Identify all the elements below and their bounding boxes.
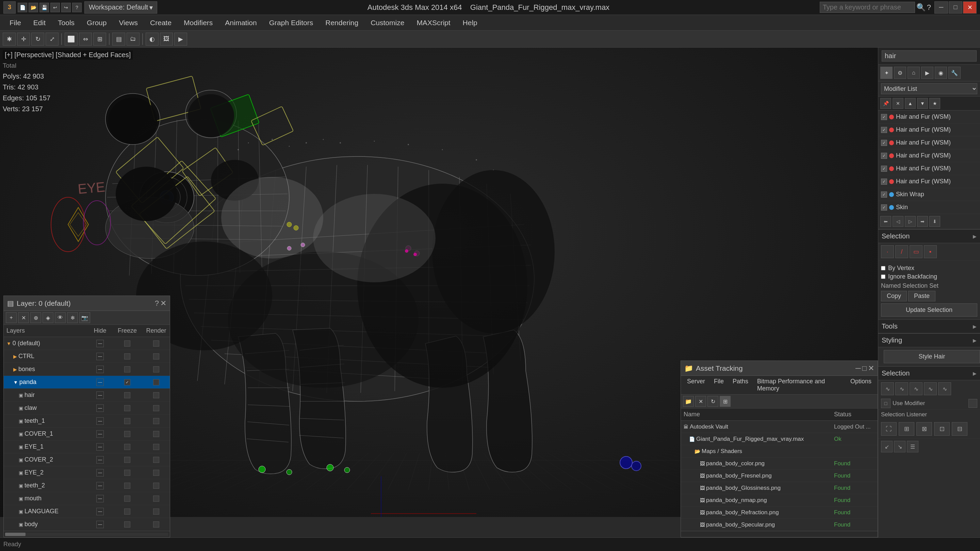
layer-hide-cover1[interactable]: — bbox=[88, 430, 112, 438]
layer-freeze-eye2[interactable] bbox=[112, 470, 143, 476]
help-btn[interactable]: ? bbox=[72, 3, 82, 12]
big-icon-4[interactable]: ⊡ bbox=[934, 422, 950, 436]
menu-graph-editors[interactable]: Graph Editors bbox=[263, 17, 320, 28]
bottom-icon-3[interactable]: ☰ bbox=[907, 441, 918, 453]
scrollbar-thumb[interactable] bbox=[5, 533, 25, 536]
modifier-item[interactable]: ✓ Hair and Fur (WSM) bbox=[878, 137, 980, 149]
asset-row-fresnel[interactable]: 🖼 panda_body_Fresnel.png Found bbox=[681, 470, 878, 482]
mirror-tool[interactable]: ⇔ bbox=[79, 33, 92, 46]
mod-nav-3[interactable]: ▷ bbox=[905, 216, 916, 227]
menu-maxscript[interactable]: MAXScript bbox=[410, 17, 456, 28]
tools-section-header[interactable]: Tools ▶ bbox=[878, 319, 980, 333]
by-vertex-checkbox[interactable] bbox=[881, 266, 885, 270]
layers-close-btn[interactable]: ✕ bbox=[160, 299, 166, 308]
layer-render-mouth[interactable] bbox=[143, 495, 170, 502]
layer-render-teeth2[interactable] bbox=[143, 483, 170, 489]
selection-section-header[interactable]: Selection ▶ bbox=[878, 229, 980, 243]
mod-nav-5[interactable]: ⬇ bbox=[929, 216, 940, 227]
sel-mode-4[interactable]: ∿ bbox=[924, 382, 937, 395]
render-cb-bones[interactable] bbox=[153, 366, 159, 372]
layer-row-body[interactable]: ▣ body — bbox=[4, 518, 170, 531]
layer-render-cover2[interactable] bbox=[143, 457, 170, 463]
asset-row-specular[interactable]: 🖼 panda_body_Specular.png Found bbox=[681, 519, 878, 531]
render-setup[interactable]: 🖼 bbox=[160, 33, 173, 46]
close-button[interactable]: ✕ bbox=[963, 2, 977, 14]
layer-hide-eye1[interactable]: — bbox=[88, 443, 112, 451]
search-input[interactable] bbox=[820, 2, 915, 13]
menu-modifiers[interactable]: Modifiers bbox=[178, 17, 219, 28]
ignore-backface-checkbox[interactable] bbox=[881, 275, 885, 279]
layer-freeze-mouth[interactable] bbox=[112, 495, 143, 502]
object-name-input[interactable] bbox=[882, 50, 977, 62]
modify-icon[interactable]: ⚙ bbox=[894, 67, 906, 79]
menu-customize[interactable]: Customize bbox=[364, 17, 410, 28]
layers-question-btn[interactable]: ? bbox=[155, 299, 159, 308]
layer-row-teeth1[interactable]: ▣ teeth_1 — bbox=[4, 414, 170, 427]
layer-row-cover2[interactable]: ▣ COVER_2 — bbox=[4, 453, 170, 466]
display-icon[interactable]: ◉ bbox=[935, 67, 947, 79]
layer-hide-teeth1[interactable]: — bbox=[88, 417, 112, 425]
layer-hide-ctrl[interactable]: — bbox=[88, 353, 112, 360]
selection2-section-header[interactable]: Selection ▶ bbox=[878, 366, 980, 380]
freeze-cb-bones[interactable] bbox=[124, 366, 130, 372]
asset-tb-1[interactable]: 📁 bbox=[683, 396, 694, 407]
asset-row-refraction[interactable]: 🖼 panda_body_Refraction.png Found bbox=[681, 507, 878, 519]
layer-row-language[interactable]: ▣ LANGUAGE — bbox=[4, 505, 170, 518]
move-tool[interactable]: ✛ bbox=[17, 33, 30, 46]
asset-minimize-btn[interactable]: ─ bbox=[856, 364, 861, 373]
layer-manager[interactable]: ▤ bbox=[112, 33, 125, 46]
freeze-cb-default[interactable] bbox=[124, 340, 130, 346]
layer-hide-eye2[interactable]: — bbox=[88, 469, 112, 476]
menu-help[interactable]: Help bbox=[457, 17, 484, 28]
mod-checkbox[interactable]: ✓ bbox=[881, 153, 887, 159]
layer-hide-bones[interactable]: — bbox=[88, 366, 112, 373]
layer-render-teeth1[interactable] bbox=[143, 418, 170, 424]
mod-checkbox[interactable]: ✓ bbox=[881, 166, 887, 172]
layer-hide-default[interactable]: — bbox=[88, 340, 112, 347]
menu-group[interactable]: Group bbox=[81, 17, 113, 28]
asset-row-maps[interactable]: 📂 Maps / Shaders bbox=[681, 445, 878, 457]
layer-render-panda[interactable] bbox=[143, 379, 170, 385]
layer-freeze-language[interactable] bbox=[112, 508, 143, 514]
sel-mode-5[interactable]: ∿ bbox=[938, 382, 951, 395]
modifier-item[interactable]: ✓ Hair and Fur (WSM) bbox=[878, 124, 980, 137]
redo-btn[interactable]: ↪ bbox=[61, 3, 71, 12]
mod-checkbox[interactable]: ✓ bbox=[881, 140, 887, 146]
big-icon-3[interactable]: ⊠ bbox=[916, 422, 932, 436]
layer-freeze-default[interactable] bbox=[112, 340, 143, 346]
layer-render-cover1[interactable] bbox=[143, 431, 170, 437]
utilities-icon[interactable]: 🔧 bbox=[948, 67, 961, 79]
select-region[interactable]: ⬜ bbox=[65, 33, 78, 46]
layers-delete-btn[interactable]: ✕ bbox=[18, 312, 29, 323]
scene-explorer[interactable]: 🗂 bbox=[127, 33, 140, 46]
menu-edit[interactable]: Edit bbox=[27, 17, 52, 28]
menu-views[interactable]: Views bbox=[113, 17, 144, 28]
layers-scrollbar[interactable] bbox=[4, 531, 170, 537]
asset-close-btn[interactable]: ✕ bbox=[868, 364, 874, 373]
menu-create[interactable]: Create bbox=[144, 17, 178, 28]
render-cb-ctrl[interactable] bbox=[153, 353, 159, 359]
search-area[interactable]: 🔍 ? bbox=[820, 2, 931, 13]
menu-animation[interactable]: Animation bbox=[219, 17, 263, 28]
window-buttons[interactable]: ─ □ ✕ bbox=[934, 2, 977, 14]
layer-render-ctrl[interactable] bbox=[143, 353, 170, 359]
sel-vertex-icon[interactable]: · bbox=[881, 245, 894, 258]
quick-render[interactable]: ▶ bbox=[174, 33, 187, 46]
mod-checkbox[interactable]: ✓ bbox=[881, 179, 887, 185]
layer-hide-teeth2[interactable]: — bbox=[88, 482, 112, 489]
search-icon[interactable]: 🔍 bbox=[916, 3, 926, 12]
undo-btn[interactable]: ↩ bbox=[50, 3, 60, 12]
asset-tb-4[interactable]: ⊞ bbox=[720, 396, 730, 407]
layers-add-selection-btn[interactable]: ⊕ bbox=[30, 312, 41, 323]
layer-hide-body[interactable]: — bbox=[88, 521, 112, 528]
layer-render-default[interactable] bbox=[143, 340, 170, 346]
new-btn[interactable]: 📄 bbox=[18, 3, 27, 12]
layer-render-eye2[interactable] bbox=[143, 470, 170, 476]
layer-row-ctrl[interactable]: ▶ CTRL — bbox=[4, 350, 170, 363]
hierarchy-icon[interactable]: ⌂ bbox=[907, 67, 920, 79]
layer-freeze-eye1[interactable] bbox=[112, 444, 143, 450]
asset-menu-server[interactable]: Server bbox=[683, 377, 709, 393]
window-controls[interactable]: 📄 📂 💾 ↩ ↪ ? bbox=[18, 3, 82, 12]
sel-face-icon[interactable]: ▪ bbox=[924, 245, 937, 258]
select-tool[interactable]: ✱ bbox=[3, 33, 16, 46]
